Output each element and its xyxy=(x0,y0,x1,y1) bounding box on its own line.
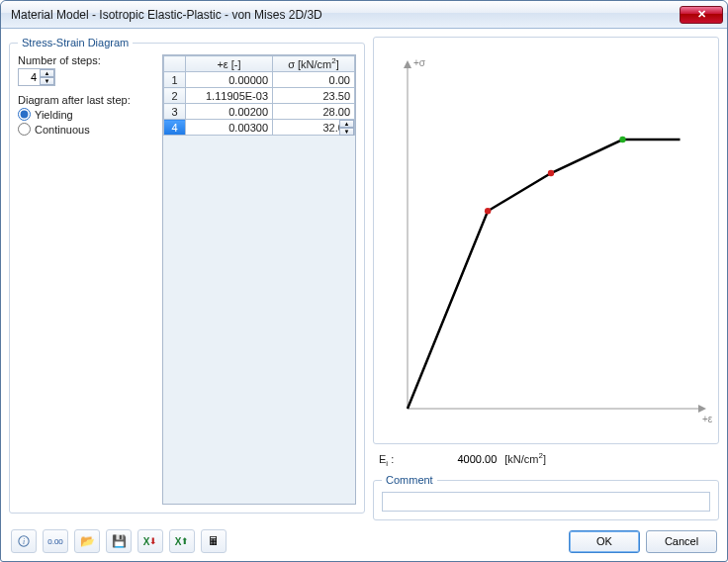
after-step-label: Diagram after last step: xyxy=(18,94,154,106)
left-column: Stress-Strain Diagram Number of steps: ▲… xyxy=(9,37,365,514)
table-row[interactable]: 40.0030032.00▲▼ xyxy=(164,120,355,136)
cell-sigma[interactable]: 23.50 xyxy=(273,88,355,104)
cell-eps[interactable]: 1.11905E-03 xyxy=(186,88,273,104)
titlebar: Material Model - Isotropic Elastic-Plast… xyxy=(1,1,727,29)
comment-legend: Comment xyxy=(382,474,437,486)
radio-yielding[interactable]: Yielding xyxy=(18,108,154,121)
cell-sigma[interactable]: 0.00 xyxy=(273,72,355,88)
calculator-icon: 🖩 xyxy=(208,534,220,548)
table-row[interactable]: 10.000000.00 xyxy=(164,72,355,88)
svg-text:i: i xyxy=(23,537,25,546)
close-button[interactable]: ✕ xyxy=(680,6,723,24)
svg-text:+ε: +ε xyxy=(702,414,713,424)
e-modulus-row: Ei : [kN/cm2] xyxy=(373,450,719,468)
cell-sigma[interactable]: 32.00▲▼ xyxy=(273,120,355,136)
svg-marker-3 xyxy=(404,60,411,68)
col-rownum xyxy=(164,56,186,72)
footer: i 0.00 📂 💾 X⬇ X⬆ 🖩 OK Cancel xyxy=(1,521,727,561)
row-number: 4 xyxy=(164,120,186,136)
open-button[interactable]: 📂 xyxy=(74,529,100,553)
radio-continuous[interactable]: Continuous xyxy=(18,123,154,136)
cell-spin-up[interactable]: ▲ xyxy=(339,120,354,128)
comment-input[interactable] xyxy=(382,492,710,512)
import-excel-button[interactable]: X⬆ xyxy=(169,529,195,553)
dialog-window: Material Model - Isotropic Elastic-Plast… xyxy=(0,0,728,562)
row-number: 1 xyxy=(164,72,186,88)
e-value xyxy=(400,452,499,466)
cell-eps[interactable]: 0.00000 xyxy=(186,72,273,88)
cell-eps[interactable]: 0.00300 xyxy=(186,120,273,136)
svg-text:+σ: +σ xyxy=(413,57,426,68)
table-row[interactable]: 21.11905E-0323.50 xyxy=(164,88,355,104)
row-number: 2 xyxy=(164,88,186,104)
col-sigma: σ [kN/cm2] xyxy=(273,56,355,72)
row-number: 3 xyxy=(164,104,186,120)
steps-label: Number of steps: xyxy=(18,54,154,66)
svg-point-6 xyxy=(485,208,491,214)
cell-eps[interactable]: 0.00200 xyxy=(186,104,273,120)
radio-yielding-input[interactable] xyxy=(18,108,31,121)
radio-yielding-label: Yielding xyxy=(35,109,73,121)
stress-strain-group: Stress-Strain Diagram Number of steps: ▲… xyxy=(9,37,365,514)
radio-continuous-input[interactable] xyxy=(18,123,31,136)
folder-icon: 📂 xyxy=(80,534,95,548)
chart-box: +ε+σ xyxy=(373,37,719,444)
data-table: +ε [-] σ [kN/cm2] 10.000000.0021.11905E-… xyxy=(163,55,355,136)
comment-group: Comment xyxy=(373,474,719,520)
cell-spin-down[interactable]: ▼ xyxy=(339,128,354,136)
stress-strain-legend: Stress-Strain Diagram xyxy=(18,37,133,48)
cell-sigma[interactable]: 28.00 xyxy=(273,104,355,120)
save-button[interactable]: 💾 xyxy=(106,529,132,553)
disk-icon: 💾 xyxy=(112,534,127,548)
export-excel-button[interactable]: X⬇ xyxy=(137,529,163,553)
ok-button[interactable]: OK xyxy=(569,530,640,553)
e-label: Ei : xyxy=(379,453,394,465)
e-unit: [kN/cm2] xyxy=(504,453,546,465)
svg-marker-1 xyxy=(698,405,706,413)
data-grid[interactable]: +ε [-] σ [kN/cm2] 10.000000.0021.11905E-… xyxy=(162,54,356,505)
cancel-button[interactable]: Cancel xyxy=(646,530,717,553)
precision-button[interactable]: 0.00 xyxy=(43,529,68,553)
steps-up-button[interactable]: ▲ xyxy=(40,69,54,77)
ss-controls: Number of steps: ▲ ▼ D xyxy=(18,54,154,505)
help-button[interactable]: i xyxy=(11,529,37,553)
calculator-button[interactable]: 🖩 xyxy=(201,529,227,553)
col-eps: +ε [-] xyxy=(186,56,273,72)
steps-down-button[interactable]: ▼ xyxy=(40,77,54,85)
content-area: Stress-Strain Diagram Number of steps: ▲… xyxy=(1,29,727,521)
chart-svg: +ε+σ xyxy=(378,42,714,439)
svg-point-8 xyxy=(619,137,625,142)
svg-point-7 xyxy=(548,170,554,176)
right-column: +ε+σ Ei : [kN/cm2] Comment xyxy=(373,37,719,514)
table-row[interactable]: 30.0020028.00 xyxy=(164,104,355,120)
radio-continuous-label: Continuous xyxy=(35,124,90,136)
window-title: Material Model - Isotropic Elastic-Plast… xyxy=(11,8,680,22)
